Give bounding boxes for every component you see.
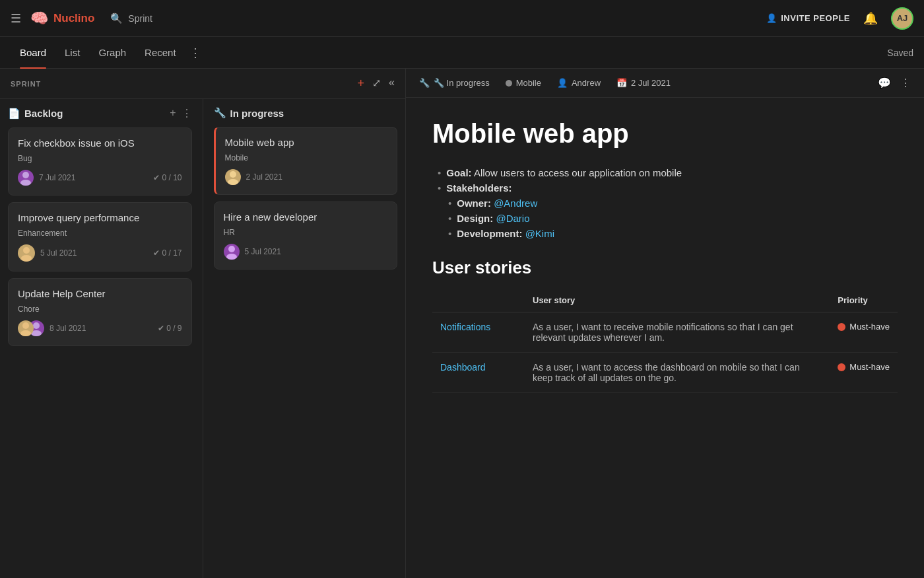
brand-logo-area[interactable]: 🧠 Nuclino bbox=[30, 10, 94, 27]
card-footer: 5 Jul 2021 bbox=[224, 244, 388, 260]
card-footer: 8 Jul 2021 ✔ 0 / 9 bbox=[18, 320, 182, 336]
table-header-row: User story Priority bbox=[432, 289, 898, 312]
table-row: Notifications As a user, I want to recei… bbox=[432, 312, 898, 353]
svg-point-6 bbox=[33, 322, 40, 329]
table-header: User story Priority bbox=[432, 289, 898, 312]
tab-recent[interactable]: Recent bbox=[135, 37, 185, 69]
card-title: Update Help Center bbox=[18, 288, 182, 299]
svg-point-1 bbox=[20, 180, 31, 186]
invite-icon: 👤 bbox=[766, 13, 777, 23]
svg-point-9 bbox=[228, 179, 238, 185]
search-text: Sprint bbox=[128, 13, 152, 24]
design-link[interactable]: @Dario bbox=[496, 213, 529, 224]
svg-point-0 bbox=[22, 172, 29, 178]
more-options-icon[interactable]: ⋮ bbox=[900, 77, 911, 89]
invite-people-button[interactable]: 👤 INVITE PEOPLE bbox=[766, 13, 850, 23]
priority-label: Must-have bbox=[849, 362, 890, 372]
story-text-cell: As a user, I want to receive mobile noti… bbox=[525, 312, 830, 353]
brand-name: Nuclino bbox=[53, 12, 94, 25]
right-panel: 🔧 🔧 In progress Mobile 👤 Andrew 📅 2 Jul … bbox=[406, 69, 924, 578]
card-checklist: ✔ 0 / 9 bbox=[158, 324, 182, 333]
card-title: Mobile web app bbox=[225, 137, 388, 148]
left-panel: SPRINT + ⤢ « 📄 Backlog + ⋮ bbox=[0, 69, 406, 578]
user-avatar[interactable]: AJ bbox=[891, 7, 913, 30]
tab-graph[interactable]: Graph bbox=[89, 37, 135, 69]
document-title: Mobile web app bbox=[432, 119, 898, 149]
card-footer: 7 Jul 2021 ✔ 0 / 10 bbox=[18, 170, 182, 186]
card-tag: Bug bbox=[18, 154, 182, 163]
svg-point-4 bbox=[22, 322, 29, 329]
card-hire-developer[interactable]: Hire a new developer HR 5 Jul 2021 bbox=[214, 201, 398, 270]
svg-point-11 bbox=[226, 254, 237, 260]
table-row: Dashboard As a user, I want to access th… bbox=[432, 353, 898, 393]
card-update-help-center[interactable]: Update Help Center Chore 8 Jul 2021 bbox=[8, 278, 192, 346]
story-text-cell: As a user, I want to access the dashboar… bbox=[525, 353, 830, 393]
in-progress-column-header: 🔧 In progress bbox=[214, 107, 398, 119]
brand-icon: 🧠 bbox=[30, 10, 48, 27]
card-date: 7 Jul 2021 bbox=[39, 173, 75, 182]
collapse-icon[interactable]: « bbox=[389, 77, 395, 90]
doc-overview-section: Goal: Allow users to access our applicat… bbox=[432, 167, 898, 239]
author-text: Andrew bbox=[572, 78, 601, 88]
priority-dot bbox=[838, 323, 845, 331]
tab-board[interactable]: Board bbox=[11, 37, 55, 69]
tab-more-icon[interactable]: ⋮ bbox=[189, 46, 201, 60]
add-sprint-icon[interactable]: + bbox=[358, 77, 365, 90]
tab-bar: Board List Graph Recent ⋮ Saved bbox=[0, 37, 924, 69]
card-title: Fix checkbox issue on iOS bbox=[18, 137, 182, 149]
comment-icon[interactable]: 💬 bbox=[878, 77, 891, 89]
tag-text: Mobile bbox=[516, 78, 541, 88]
sprint-actions: + ⤢ « bbox=[358, 77, 395, 90]
status-meta: 🔧 🔧 In progress bbox=[419, 78, 490, 88]
search-icon: 🔍 bbox=[110, 13, 123, 24]
user-stories-section: User stories User story Priority Notific… bbox=[432, 258, 898, 393]
card-fix-checkbox[interactable]: Fix checkbox issue on iOS Bug 7 Jul 2021… bbox=[8, 127, 192, 196]
card-date: 5 Jul 2021 bbox=[40, 248, 77, 258]
tag-meta: Mobile bbox=[506, 78, 541, 88]
svg-point-3 bbox=[21, 255, 32, 262]
card-tag: Mobile bbox=[225, 153, 388, 163]
priority-badge: Must-have bbox=[838, 362, 890, 372]
stakeholders-item: Stakeholders: bbox=[432, 182, 898, 194]
development-link[interactable]: @Kimi bbox=[525, 228, 554, 239]
goal-item: Goal: Allow users to access our applicat… bbox=[432, 167, 898, 178]
document-content: Mobile web app Goal: Allow users to acce… bbox=[406, 98, 924, 578]
card-avatar bbox=[18, 170, 34, 186]
date-meta: 📅 2 Jul 2021 bbox=[616, 78, 671, 88]
backlog-column-header: 📄 Backlog + ⋮ bbox=[8, 107, 192, 120]
th-user-story: User story bbox=[525, 289, 830, 312]
svg-point-5 bbox=[20, 330, 31, 336]
nav-right: 👤 INVITE PEOPLE 🔔 AJ bbox=[766, 7, 913, 30]
backlog-add-icon[interactable]: + bbox=[170, 107, 176, 120]
avatar-pair bbox=[18, 320, 44, 336]
card-tag: Chore bbox=[18, 305, 182, 314]
document-header-bar: 🔧 🔧 In progress Mobile 👤 Andrew 📅 2 Jul … bbox=[406, 69, 924, 98]
hamburger-menu[interactable]: ☰ bbox=[11, 11, 21, 26]
notifications-link[interactable]: Notifications bbox=[440, 322, 490, 332]
search-area[interactable]: 🔍 Sprint bbox=[110, 13, 152, 24]
owner-item: Owner: @Andrew bbox=[448, 198, 898, 209]
status-text: 🔧 In progress bbox=[434, 78, 490, 88]
card-tag: HR bbox=[224, 228, 388, 237]
author-meta: 👤 Andrew bbox=[557, 78, 601, 88]
story-priority-cell: Must-have bbox=[830, 312, 898, 353]
backlog-column-actions: + ⋮ bbox=[170, 107, 191, 120]
board-columns: 📄 Backlog + ⋮ Fix checkbox issue on iOS … bbox=[0, 99, 405, 578]
card-query-performance[interactable]: Improve query performance Enhancement 5 … bbox=[8, 202, 192, 271]
user-stories-heading: User stories bbox=[432, 258, 898, 278]
backlog-more-icon[interactable]: ⋮ bbox=[182, 107, 192, 120]
card-checklist: ✔ 0 / 10 bbox=[153, 173, 182, 182]
owner-link[interactable]: @Andrew bbox=[494, 198, 537, 209]
expand-icon[interactable]: ⤢ bbox=[372, 77, 381, 90]
notifications-bell-icon[interactable]: 🔔 bbox=[863, 11, 878, 26]
development-item: Development: @Kimi bbox=[448, 228, 898, 239]
card-date: 2 Jul 2021 bbox=[246, 172, 282, 182]
tab-list[interactable]: List bbox=[55, 37, 89, 69]
card-mobile-web-app[interactable]: Mobile web app Mobile 2 Jul 2021 bbox=[214, 127, 398, 195]
dashboard-link[interactable]: Dashboard bbox=[440, 362, 486, 373]
stakeholders-sub-bullets: Owner: @Andrew Design: @Dario Developmen… bbox=[432, 198, 898, 239]
card-avatar bbox=[18, 244, 35, 262]
main-content: SPRINT + ⤢ « 📄 Backlog + ⋮ bbox=[0, 69, 924, 578]
story-link-cell: Notifications bbox=[432, 312, 525, 353]
svg-point-2 bbox=[23, 247, 30, 254]
